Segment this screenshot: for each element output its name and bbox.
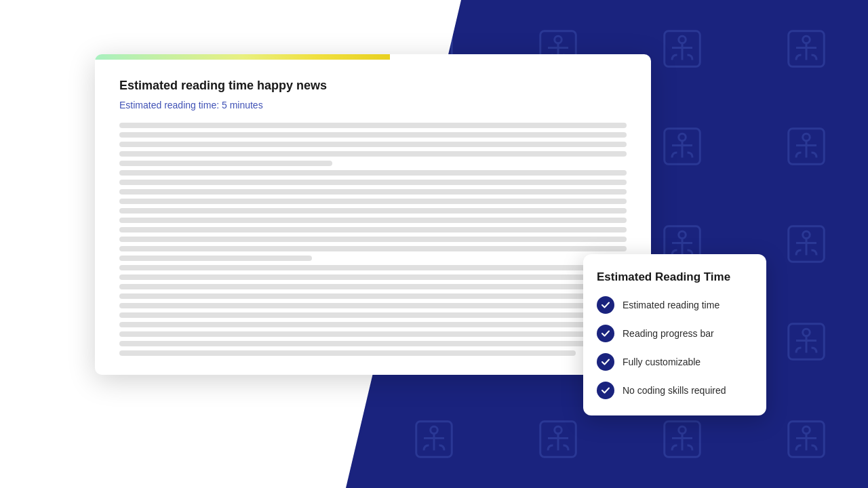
skeleton-line xyxy=(119,180,627,185)
skeleton-text xyxy=(119,123,627,356)
svg-point-125 xyxy=(431,426,438,434)
reading-time-link[interactable]: Estimated reading time: 5 minutes xyxy=(119,100,627,110)
feature-item-2: Reading progress bar xyxy=(597,325,753,342)
skeleton-line xyxy=(119,123,627,128)
svg-point-21 xyxy=(678,36,686,43)
svg-point-17 xyxy=(555,36,562,43)
feature-list: Estimated reading time Reading progress … xyxy=(597,296,753,399)
skeleton-line xyxy=(119,312,627,318)
skeleton-line xyxy=(119,274,627,280)
skeleton-line xyxy=(119,341,627,346)
svg-point-77 xyxy=(678,231,686,239)
skeleton-line xyxy=(119,331,627,337)
skeleton-line xyxy=(119,265,627,270)
skeleton-line xyxy=(119,218,627,223)
skeleton-line xyxy=(119,350,576,356)
anchor-cell xyxy=(372,390,496,488)
skeleton-line xyxy=(119,142,627,147)
skeleton-line xyxy=(119,284,627,289)
article-title: Estimated reading time happy news xyxy=(119,79,627,93)
svg-point-137 xyxy=(802,426,810,434)
feature-card-title: Estimated Reading Time xyxy=(597,270,753,284)
svg-point-133 xyxy=(678,426,686,434)
skeleton-line xyxy=(119,208,627,214)
feature-text-3: Fully customizable xyxy=(623,357,701,367)
feature-item-1: Estimated reading time xyxy=(597,296,753,314)
skeleton-line xyxy=(119,189,627,195)
skeleton-line xyxy=(119,132,627,138)
check-icon-2 xyxy=(597,325,614,342)
skeleton-line xyxy=(119,237,627,242)
skeleton-line xyxy=(119,322,627,327)
skeleton-line xyxy=(119,246,627,251)
feature-item-3: Fully customizable xyxy=(597,353,753,371)
anchor-cell xyxy=(744,0,868,98)
check-icon-1 xyxy=(597,296,614,314)
skeleton-line xyxy=(119,161,332,166)
skeleton-line xyxy=(119,199,627,204)
svg-point-53 xyxy=(802,134,810,141)
feature-item-4: No coding skills required xyxy=(597,382,753,399)
svg-point-81 xyxy=(802,231,810,239)
skeleton-line xyxy=(119,151,627,157)
browser-card: Estimated reading time happy news Estima… xyxy=(95,54,651,375)
anchor-cell xyxy=(744,98,868,195)
svg-point-109 xyxy=(802,329,810,336)
feature-text-4: No coding skills required xyxy=(623,385,726,396)
feature-card: Estimated Reading Time Estimated reading… xyxy=(583,254,766,415)
check-icon-4 xyxy=(597,382,614,399)
feature-text-1: Estimated reading time xyxy=(623,300,719,310)
skeleton-line xyxy=(119,293,627,299)
skeleton-line xyxy=(119,170,627,176)
svg-point-129 xyxy=(555,426,562,434)
skeleton-line xyxy=(119,256,312,261)
card-content: Estimated reading time happy news Estima… xyxy=(95,60,651,375)
svg-point-25 xyxy=(802,36,810,43)
svg-point-49 xyxy=(678,134,686,141)
reading-progress-bar xyxy=(95,54,390,60)
feature-text-2: Reading progress bar xyxy=(623,328,714,339)
check-icon-3 xyxy=(597,353,614,371)
skeleton-line xyxy=(119,227,627,232)
skeleton-line xyxy=(119,303,627,308)
